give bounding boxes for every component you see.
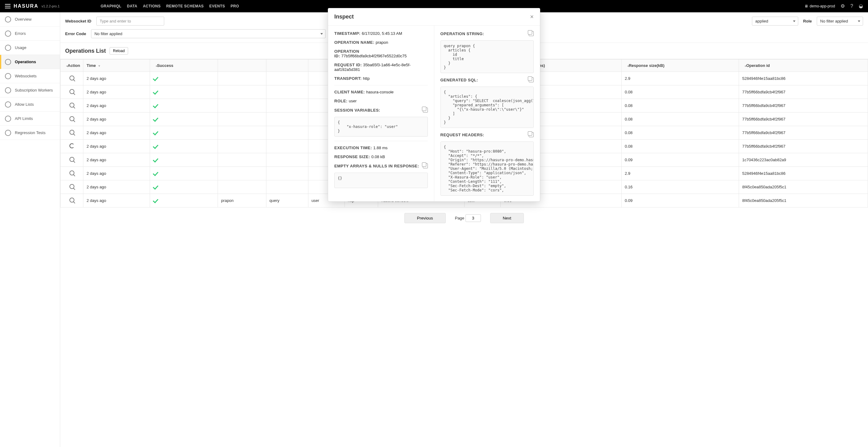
search-icon[interactable]: [69, 89, 74, 94]
topnav-item[interactable]: ACTIONS: [143, 4, 161, 8]
search-icon[interactable]: [69, 184, 74, 189]
page-input[interactable]: [465, 214, 481, 222]
close-icon[interactable]: ×: [530, 13, 534, 20]
topnav-item[interactable]: REMOTE SCHEMAS: [166, 4, 204, 8]
sidebar-item[interactable]: Allow Lists: [0, 97, 60, 112]
copy-icon[interactable]: [423, 163, 428, 168]
sidebar-icon: [5, 31, 11, 37]
column-header[interactable]: ◂Operation id: [739, 60, 868, 72]
copy-icon[interactable]: [529, 132, 534, 137]
search-icon[interactable]: [69, 198, 74, 203]
name-cell: [218, 180, 266, 194]
timestamp: TIMESTAMP:6/17/2020, 5:45:13 AM: [334, 31, 428, 36]
column-header[interactable]: Time▾: [83, 60, 150, 72]
user-icon[interactable]: ◒: [859, 4, 863, 9]
type-cell: [266, 167, 308, 180]
sidebar-item[interactable]: Operations: [0, 55, 60, 69]
type-cell: query: [266, 194, 308, 207]
sidebar-item[interactable]: Subscription Workers: [0, 83, 60, 97]
sidebar-item-label: Allow Lists: [15, 102, 34, 107]
inspect-modal: Inspect × TIMESTAMP:6/17/2020, 5:45:13 A…: [328, 8, 540, 202]
search-icon[interactable]: [69, 130, 74, 135]
help-icon[interactable]: ?: [850, 4, 853, 9]
resp-cell: 0.09: [621, 153, 739, 167]
error-code-select[interactable]: No filter applied: [91, 29, 326, 38]
next-button[interactable]: Next: [490, 213, 524, 223]
resp-cell: 0.09: [621, 194, 739, 207]
time-cell: 2 days ago: [83, 85, 150, 99]
search-icon[interactable]: [69, 103, 74, 108]
sidebar-icon: [5, 101, 11, 108]
response-size: RESPONSE SIZE:0.08 kB: [334, 154, 428, 159]
transport: TRANSPORT:http: [334, 76, 428, 81]
role-filter-select[interactable]: No filter applied: [817, 16, 863, 26]
opid-cell: 77b5ff66bdfa9cb4f2f967: [739, 140, 868, 153]
time-cell: 2 days ago: [83, 99, 150, 112]
search-icon[interactable]: [69, 75, 74, 80]
copy-icon[interactable]: [529, 77, 534, 82]
empty-code: {}: [334, 173, 428, 188]
opid-cell: 8f45c0ea850ada205f5c1: [739, 194, 868, 207]
sidebar-item[interactable]: Errors: [0, 27, 60, 41]
column-header[interactable]: ◂Response size(kB): [621, 60, 739, 72]
sidebar-item-label: Usage: [15, 45, 27, 50]
websocket-id-input[interactable]: Type and enter to: [96, 16, 164, 26]
time-cell: 2 days ago: [83, 126, 150, 140]
sidebar-item[interactable]: Websockets: [0, 69, 60, 83]
logo: HASURA: [13, 3, 38, 9]
action-cell: [61, 72, 83, 85]
copy-icon[interactable]: [529, 31, 534, 36]
type-cell: [266, 99, 308, 112]
success-cell: [150, 85, 218, 99]
sidebar-icon: [5, 59, 11, 65]
project-chip[interactable]: 🖥 demo-app-prod: [804, 4, 835, 8]
session-vars-code: { "x-hasura-role": "user" }: [334, 117, 428, 137]
sidebar-item[interactable]: API Limits: [0, 112, 60, 126]
previous-button[interactable]: Previous: [404, 213, 446, 223]
sidebar-item[interactable]: Usage: [0, 41, 60, 55]
execution-time: EXECUTION TIME:1.88 ms: [334, 145, 428, 150]
success-cell: [150, 112, 218, 126]
column-header[interactable]: ◂Success: [150, 60, 218, 72]
time-cell: 2 days ago: [83, 153, 150, 167]
column-header[interactable]: ◂Action: [61, 60, 83, 72]
success-cell: [150, 180, 218, 194]
column-header[interactable]: [218, 60, 266, 72]
type-cell: [266, 180, 308, 194]
search-icon[interactable]: [69, 170, 74, 175]
time-cell: 2 days ago: [83, 167, 150, 180]
topnav-item[interactable]: DATA: [127, 4, 137, 8]
topnav-item[interactable]: PRO: [230, 4, 239, 8]
name-cell: [218, 72, 266, 85]
settings-icon[interactable]: ⚙: [840, 4, 845, 9]
success-icon: [153, 143, 158, 149]
sidebar-item[interactable]: Regression Tests: [0, 126, 60, 140]
copy-icon[interactable]: [423, 108, 428, 112]
action-cell: [61, 140, 83, 153]
name-cell: [218, 140, 266, 153]
resp-cell: 0.08: [621, 112, 739, 126]
resp-cell: 0.16: [621, 180, 739, 194]
resp-cell: 0.08: [621, 126, 739, 140]
type-cell: [266, 153, 308, 167]
sidebar-item[interactable]: Overview: [0, 12, 60, 27]
opid-cell: 77b5ff66bdfa9cb4f2f967: [739, 112, 868, 126]
search-icon[interactable]: [69, 157, 74, 162]
search-icon[interactable]: [69, 116, 74, 121]
action-cell: [61, 85, 83, 99]
opid-cell: 77b5ff66bdfa9cb4f2f967: [739, 126, 868, 140]
reload-button[interactable]: Reload: [110, 47, 128, 55]
opid-cell: 77b5ff66bdfa9cb4f2f967: [739, 99, 868, 112]
success-icon: [153, 184, 158, 190]
headers-code: { "Host": "hasura-pro:8080", "Accept": "…: [440, 141, 534, 196]
type-cell: [266, 112, 308, 126]
topnav-item[interactable]: GRAPHIQL: [101, 4, 121, 8]
menu-icon[interactable]: [5, 4, 10, 8]
success-cell: [150, 194, 218, 207]
column-header[interactable]: [266, 60, 308, 72]
operation-id: OPERATION ID:77b5ff66bdfa9cb4f2f967e5522…: [334, 49, 428, 58]
type-cell: [266, 140, 308, 153]
topnav-item[interactable]: EVENTS: [209, 4, 225, 8]
session-vars-label: SESSION VARIABLES:: [334, 108, 380, 112]
filter-group1[interactable]: applied: [752, 16, 798, 26]
